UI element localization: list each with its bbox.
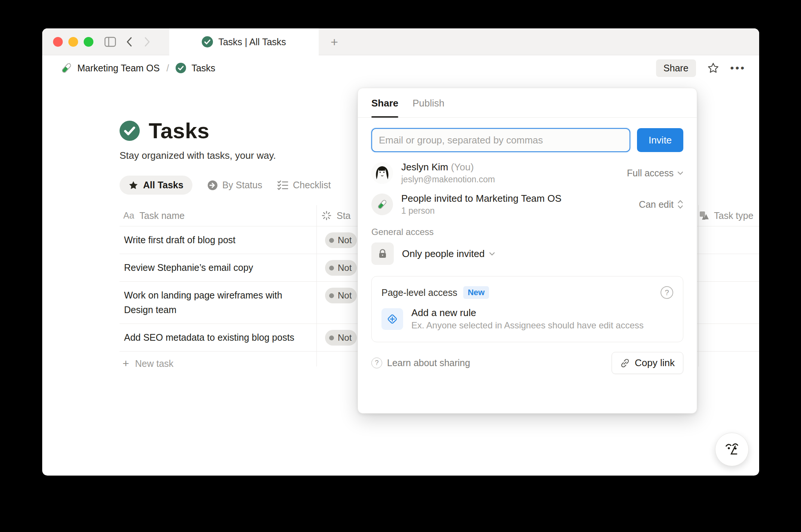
column-label: Task name <box>139 210 185 221</box>
status-badge[interactable]: Not <box>325 330 357 346</box>
chevron-up-down-icon <box>677 200 683 209</box>
chevron-down-icon <box>489 252 495 256</box>
column-header-task-type[interactable]: Task type <box>695 210 759 221</box>
task-name-cell[interactable]: Work on landing page wireframes with Des… <box>120 282 314 324</box>
help-icon[interactable]: ? <box>661 286 673 299</box>
notion-ai-face-button[interactable] <box>715 433 749 466</box>
view-tab-checklist[interactable]: Checklist <box>277 180 331 191</box>
task-name-cell[interactable]: Add SEO metadata to existing blog posts <box>120 324 314 351</box>
more-options-icon[interactable]: ••• <box>730 62 746 74</box>
page-level-access-title: Page-level access <box>381 287 457 298</box>
general-access-dropdown[interactable]: Only people invited <box>402 248 495 260</box>
tab-publish[interactable]: Publish <box>412 98 444 117</box>
invite-row: Invite <box>358 118 697 157</box>
breadcrumb: Marketing Team OS / Tasks <box>61 62 215 74</box>
breadcrumb-workspace[interactable]: Marketing Team OS <box>77 63 160 74</box>
help-icon: ? <box>371 358 382 368</box>
view-tab-by-status[interactable]: By Status <box>207 180 262 191</box>
workspace-avatar <box>371 194 393 215</box>
status-dot-icon <box>329 266 334 270</box>
titlebar: Tasks | All Tasks + <box>42 28 759 55</box>
tab-title: Tasks | All Tasks <box>218 37 286 47</box>
new-task-label: New task <box>135 358 174 369</box>
access-dropdown-full-access[interactable]: Full access <box>627 168 683 179</box>
member-name: Jeslyn Kim <box>401 161 448 173</box>
sidebar-toggle-icon[interactable] <box>104 37 116 47</box>
back-icon[interactable] <box>125 36 133 47</box>
learn-label: Learn about sharing <box>387 358 470 368</box>
test-tube-icon <box>377 199 387 210</box>
zoom-window-button[interactable] <box>84 37 93 47</box>
invite-email-input[interactable] <box>371 128 630 152</box>
forward-icon[interactable] <box>143 36 151 47</box>
new-badge: New <box>463 286 489 299</box>
minimize-window-button[interactable] <box>68 37 78 47</box>
app-window: Tasks | All Tasks + Marketing Team OS / <box>42 28 759 476</box>
general-access-value: Only people invited <box>402 248 485 260</box>
breadcrumb-separator: / <box>166 63 169 74</box>
close-window-button[interactable] <box>53 37 63 47</box>
group-name: People invited to Marketing Team OS <box>401 193 639 204</box>
status-dot-icon <box>329 238 334 243</box>
access-label: Full access <box>627 168 674 179</box>
top-actions: Share ••• <box>656 59 746 77</box>
copy-link-label: Copy link <box>635 357 675 369</box>
add-rule-row[interactable]: Add a new rule Ex. Anyone selected in As… <box>381 307 673 331</box>
status-spinner-icon <box>321 210 332 221</box>
topbar: Marketing Team OS / Tasks Share ••• <box>42 55 759 81</box>
view-tab-all-tasks[interactable]: All Tasks <box>120 176 192 195</box>
test-tube-icon <box>61 62 72 74</box>
column-label: Sta <box>337 210 351 221</box>
general-access-row[interactable]: Only people invited <box>358 239 697 269</box>
link-icon <box>620 358 630 368</box>
avatar <box>371 162 393 184</box>
page-icon-check[interactable] <box>120 121 140 141</box>
task-name-cell[interactable]: Write first draft of blog post <box>120 226 314 254</box>
member-email: jeslyn@makenotion.com <box>401 174 627 185</box>
shapes-property-icon <box>699 210 709 221</box>
status-label: Not <box>338 332 352 343</box>
task-name-cell[interactable]: Review Stephanie’s email copy <box>120 254 314 281</box>
new-tab-icon[interactable]: + <box>331 35 338 48</box>
favorite-star-icon[interactable] <box>707 62 719 74</box>
member-row-group[interactable]: People invited to Marketing Team OS 1 pe… <box>358 189 697 220</box>
tasks-check-icon <box>176 63 186 73</box>
status-dot-icon <box>329 335 334 340</box>
page-level-access-card: Page-level access New ? Add a new rule <box>371 276 683 342</box>
group-meta: 1 person <box>401 206 639 216</box>
access-dropdown-can-edit[interactable]: Can edit <box>639 199 683 210</box>
titlebar-controls <box>42 28 169 55</box>
status-badge[interactable]: Not <box>325 288 357 303</box>
general-access-label: General access <box>358 220 697 239</box>
status-label: Not <box>338 235 352 245</box>
tab-tasks-all-tasks[interactable]: Tasks | All Tasks <box>169 28 319 55</box>
status-label: Not <box>338 290 352 301</box>
tasks-check-icon <box>202 36 213 47</box>
status-badge[interactable]: Not <box>325 260 357 276</box>
chevron-down-icon <box>677 171 683 175</box>
copy-link-button[interactable]: Copy link <box>612 352 683 374</box>
share-dialog-footer: ? Learn about sharing Copy link <box>358 342 697 374</box>
share-button[interactable]: Share <box>656 59 696 77</box>
status-label: Not <box>338 263 352 273</box>
checklist-icon <box>277 180 288 191</box>
view-tab-label: By Status <box>222 180 262 191</box>
view-tab-label: Checklist <box>293 180 331 191</box>
share-dialog-tabs: Share Publish <box>358 88 697 118</box>
learn-about-sharing-link[interactable]: ? Learn about sharing <box>371 358 470 368</box>
tabbar-space: + <box>319 28 759 55</box>
member-row-jeslyn[interactable]: Jeslyn Kim (You) jeslyn@makenotion.com F… <box>358 157 697 189</box>
lock-icon <box>371 242 394 265</box>
column-header-task-name[interactable]: Aa Task name <box>120 210 316 221</box>
page-title: Tasks <box>149 118 210 143</box>
status-badge[interactable]: Not <box>325 232 357 248</box>
column-label: Task type <box>714 210 754 221</box>
star-icon <box>129 180 138 190</box>
tab-share[interactable]: Share <box>371 98 398 117</box>
share-dialog: Share Publish Invite <box>358 88 697 414</box>
access-label: Can edit <box>639 199 674 210</box>
breadcrumb-page[interactable]: Tasks <box>191 63 215 74</box>
invite-button[interactable]: Invite <box>637 128 683 152</box>
member-you-suffix: (You) <box>451 161 474 173</box>
notion-face-icon <box>722 440 742 459</box>
